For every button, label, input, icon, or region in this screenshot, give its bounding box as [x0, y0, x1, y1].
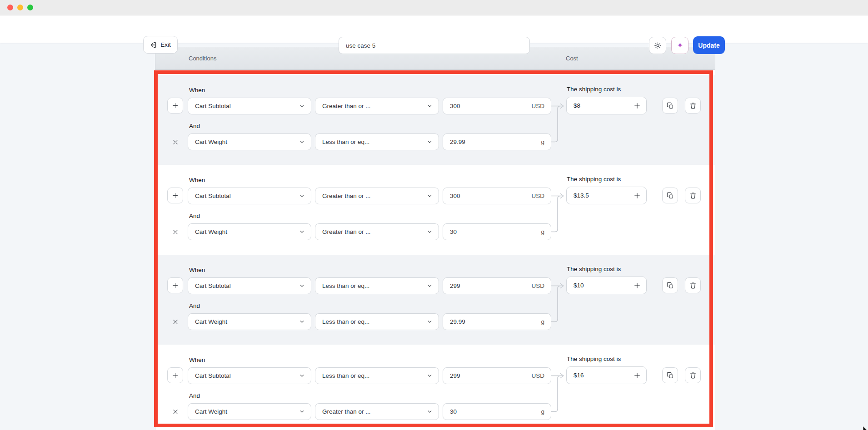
- ai-assistant-button[interactable]: [671, 37, 688, 54]
- trash-icon: [689, 192, 697, 199]
- chevron-down-icon: [299, 139, 305, 145]
- condition-value: 299: [450, 372, 460, 379]
- condition-operator-select[interactable]: Greater than or ...: [315, 98, 439, 114]
- duplicate-row-button[interactable]: [662, 367, 678, 383]
- condition-field-select[interactable]: Cart Subtotal: [188, 367, 311, 384]
- condition-unit: g: [541, 408, 544, 415]
- and-label: And: [189, 123, 200, 129]
- condition-field-value: Cart Subtotal: [195, 372, 231, 379]
- condition-value-input[interactable]: 29.99 g: [443, 133, 551, 150]
- condition-unit: g: [541, 228, 544, 235]
- exit-button[interactable]: Exit: [143, 36, 178, 54]
- chevron-down-icon: [427, 139, 433, 145]
- condition-operator-select[interactable]: Greater than or ...: [315, 403, 439, 420]
- condition-unit: USD: [531, 103, 544, 109]
- when-label: When: [189, 177, 205, 183]
- condition-field-select[interactable]: Cart Weight: [188, 133, 311, 150]
- shipping-cost-value: $13.5: [574, 192, 589, 199]
- window-titlebar: [0, 0, 868, 15]
- condition-value: 29.99: [450, 318, 465, 325]
- duplicate-row-button[interactable]: [662, 277, 678, 293]
- condition-field-select[interactable]: Cart Subtotal: [188, 98, 311, 114]
- zoom-window-button[interactable]: [27, 5, 33, 10]
- add-condition-button[interactable]: [167, 188, 183, 203]
- condition-field-value: Cart Subtotal: [195, 193, 231, 199]
- when-label: When: [189, 267, 205, 273]
- shipping-cost-input[interactable]: $16: [566, 366, 647, 384]
- increase-cost-button[interactable]: [634, 102, 641, 109]
- when-label: When: [189, 87, 205, 94]
- chevron-down-icon: [427, 229, 433, 235]
- rule-name-value: use case 5: [346, 42, 375, 49]
- increase-cost-button[interactable]: [634, 192, 641, 199]
- condition-value-input[interactable]: 300 USD: [443, 98, 551, 114]
- copy-icon: [667, 372, 674, 379]
- condition-value-input[interactable]: 299 USD: [443, 367, 551, 384]
- trash-icon: [689, 102, 697, 109]
- condition-field-select[interactable]: Cart Weight: [188, 313, 311, 330]
- condition-field-select[interactable]: Cart Weight: [188, 223, 311, 240]
- shipping-cost-input[interactable]: $8: [566, 97, 647, 114]
- condition-field-select[interactable]: Cart Subtotal: [188, 188, 311, 204]
- condition-unit: USD: [531, 193, 544, 199]
- remove-condition-button[interactable]: [167, 223, 183, 240]
- condition-value-input[interactable]: 30 g: [443, 223, 551, 240]
- condition-operator-select[interactable]: Less than or eq...: [315, 133, 439, 150]
- increase-cost-button[interactable]: [634, 282, 641, 289]
- duplicate-row-button[interactable]: [662, 98, 678, 114]
- duplicate-row-button[interactable]: [662, 188, 678, 203]
- shipping-cost-input[interactable]: $10: [566, 277, 647, 294]
- condition-value: 30: [450, 228, 457, 235]
- condition-connector: [551, 97, 567, 151]
- copy-icon: [667, 102, 674, 109]
- condition-unit: g: [541, 138, 544, 145]
- condition-value-input[interactable]: 299 USD: [443, 277, 551, 294]
- delete-row-button[interactable]: [685, 367, 701, 383]
- condition-operator-select[interactable]: Less than or eq...: [315, 313, 439, 330]
- chevron-down-icon: [299, 193, 305, 199]
- shipping-cost-input[interactable]: $13.5: [566, 187, 647, 204]
- rule-name-input[interactable]: use case 5: [339, 37, 530, 54]
- condition-operator-select[interactable]: Less than or eq...: [315, 367, 439, 384]
- shipping-cost-label: The shipping cost is: [567, 176, 621, 183]
- shipping-cost-label: The shipping cost is: [567, 86, 621, 93]
- copy-icon: [667, 192, 674, 199]
- chevron-down-icon: [299, 283, 305, 289]
- condition-operator-select[interactable]: Less than or eq...: [315, 277, 439, 294]
- condition-value: 299: [450, 282, 460, 289]
- ai-sparkle-icon: [676, 41, 684, 50]
- condition-operator-select[interactable]: Greater than or ...: [315, 223, 439, 240]
- remove-condition-button[interactable]: [167, 403, 183, 420]
- delete-row-button[interactable]: [685, 277, 701, 293]
- shipping-cost-label: The shipping cost is: [567, 356, 621, 362]
- copy-icon: [667, 282, 674, 289]
- condition-connector: [551, 187, 567, 241]
- condition-operator-value: Less than or eq...: [322, 282, 369, 289]
- when-label: When: [189, 356, 205, 363]
- condition-value-input[interactable]: 30 g: [443, 403, 551, 420]
- rate-table-panel: Conditions Cost When And The shipping co…: [155, 47, 715, 430]
- chevron-down-icon: [427, 319, 433, 325]
- update-button[interactable]: Update: [693, 36, 725, 54]
- remove-condition-button[interactable]: [167, 133, 183, 150]
- condition-field-value: Cart Subtotal: [195, 282, 231, 289]
- condition-value-input[interactable]: 29.99 g: [443, 313, 551, 330]
- remove-condition-button[interactable]: [167, 313, 183, 330]
- trash-icon: [689, 282, 697, 289]
- chevron-down-icon: [299, 319, 305, 325]
- chevron-down-icon: [427, 283, 433, 289]
- close-window-button[interactable]: [7, 5, 13, 10]
- add-condition-button[interactable]: [167, 367, 183, 383]
- delete-row-button[interactable]: [685, 188, 701, 203]
- add-condition-button[interactable]: [167, 277, 183, 293]
- condition-field-select[interactable]: Cart Weight: [188, 403, 311, 420]
- exit-arrow-icon: [150, 41, 157, 49]
- delete-row-button[interactable]: [685, 98, 701, 114]
- condition-operator-select[interactable]: Greater than or ...: [315, 188, 439, 204]
- theme-toggle-button[interactable]: [649, 37, 666, 54]
- increase-cost-button[interactable]: [634, 372, 641, 379]
- condition-field-select[interactable]: Cart Subtotal: [188, 277, 311, 294]
- condition-value-input[interactable]: 300 USD: [443, 188, 551, 204]
- minimize-window-button[interactable]: [17, 5, 23, 10]
- add-condition-button[interactable]: [167, 98, 183, 114]
